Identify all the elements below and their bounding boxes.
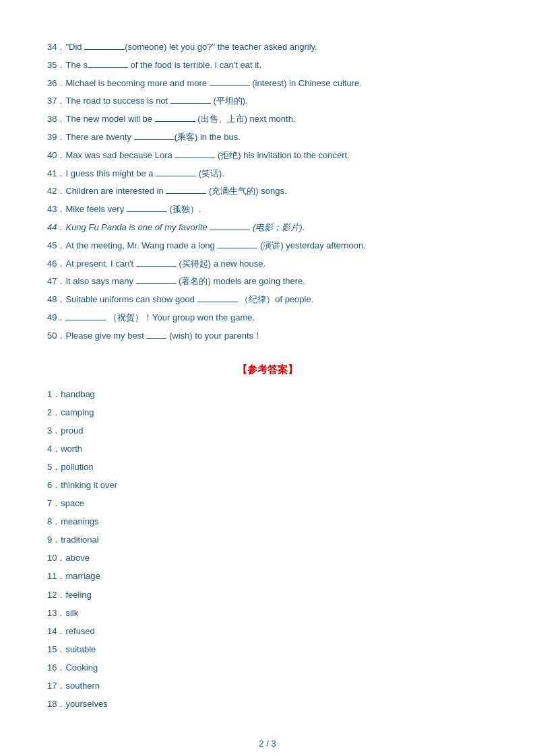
question-34: 34．"Did (someone) let you go?" the teach…	[47, 40, 488, 55]
q45-text: 45．At the meeting, Mr. Wang made a long …	[47, 240, 366, 250]
answer-15: 15．suitable	[47, 642, 488, 657]
answer-3-value: proud	[61, 425, 83, 436]
answer-17-num: 17．	[47, 681, 65, 691]
answer-1-value: handbag	[61, 389, 95, 399]
q41-text: 41．I guess this might be a (笑话).	[47, 168, 224, 178]
q50-text: 50．Please give my best (wish) to your pa…	[47, 331, 262, 341]
answer-14-num: 14．	[47, 626, 65, 636]
answers-section: 【参考答案】 1．handbag 2．camping 3．proud 4．wor…	[47, 364, 488, 712]
answer-7-num: 7．	[47, 498, 61, 508]
q47-text: 47．It also says many (著名的) models are go…	[47, 276, 305, 286]
answer-11: 11．marriage	[47, 569, 488, 584]
answer-13-value: silk	[65, 608, 78, 618]
answer-12-value: feeling	[65, 590, 91, 600]
page-footer: 2 / 3	[47, 738, 488, 749]
answer-9-value: traditional	[61, 535, 98, 545]
answer-3: 3．proud	[47, 423, 488, 438]
q48-text: 48．Suitable uniforms can show good （纪律）o…	[47, 294, 313, 304]
answer-17: 17．southern	[47, 679, 488, 693]
answers-title: 【参考答案】	[47, 364, 488, 376]
answer-8-value: meanings	[61, 516, 98, 526]
question-45: 45．At the meeting, Mr. Wang made a long …	[47, 239, 488, 253]
answer-7-value: space	[61, 498, 84, 508]
answer-9: 9．traditional	[47, 532, 488, 547]
answer-15-value: suitable	[65, 644, 96, 654]
answer-17-value: southern	[65, 681, 100, 691]
question-39: 39．There are twenty (乘客) in the bus.	[47, 131, 488, 145]
answer-2-value: camping	[61, 407, 94, 417]
answer-16-value: Cooking	[65, 662, 98, 673]
answer-8-num: 8．	[47, 516, 61, 526]
answer-5: 5．pollution	[47, 460, 488, 475]
q40-text: 40．Max was sad because Lora (拒绝) his inv…	[47, 150, 350, 160]
answer-6: 6．thinking it over	[47, 478, 488, 493]
answer-11-value: marriage	[65, 571, 100, 581]
q43-text: 43．Mike feels very (孤独）.	[47, 204, 201, 214]
answer-1: 1．handbag	[47, 387, 488, 402]
question-35: 35．The s of the food is terrible. I can'…	[47, 59, 488, 73]
answer-2: 2．camping	[47, 405, 488, 420]
answer-10-num: 10．	[47, 553, 65, 563]
answer-4: 4．worth	[47, 442, 488, 456]
answer-4-num: 4．	[47, 444, 61, 454]
question-44: 44．Kung Fu Panda is one of my favorite (…	[47, 221, 488, 235]
answer-10: 10．above	[47, 551, 488, 565]
answer-6-value: thinking it over	[61, 480, 117, 490]
answer-15-num: 15．	[47, 644, 65, 654]
question-37: 37．The road to success is not (平坦的).	[47, 94, 488, 108]
question-43: 43．Mike feels very (孤独）.	[47, 203, 488, 217]
question-42: 42．Children are interested in (充满生气的) so…	[47, 184, 488, 199]
answer-3-num: 3．	[47, 425, 61, 436]
answer-4-value: worth	[61, 444, 82, 454]
answer-8: 8．meanings	[47, 514, 488, 529]
question-48: 48．Suitable uniforms can show good （纪律）o…	[47, 293, 488, 307]
answer-11-num: 11．	[47, 571, 65, 581]
question-41: 41．I guess this might be a (笑话).	[47, 167, 488, 181]
answer-14-value: refused	[65, 626, 94, 636]
answer-12: 12．feeling	[47, 588, 488, 603]
answer-12-num: 12．	[47, 590, 65, 600]
answer-14: 14．refused	[47, 624, 488, 639]
q46-text: 46．At present, I can't (买得起) a new house…	[47, 259, 265, 269]
answer-10-value: above	[65, 553, 89, 563]
q44-text: 44．Kung Fu Panda is one of my favorite (…	[47, 222, 305, 232]
q34-text: 34．"Did (someone) let you go?" the teach…	[47, 42, 317, 52]
q42-text: 42．Children are interested in (充满生气的) so…	[47, 186, 287, 196]
answer-2-num: 2．	[47, 407, 61, 417]
questions-section: 34．"Did (someone) let you go?" the teach…	[47, 40, 488, 343]
answer-18-value: yourselves	[65, 699, 107, 709]
q38-text: 38．The new model will be (出售、上市) next mo…	[47, 114, 296, 124]
q49-text: 49． （祝贺）！Your group won the game.	[47, 312, 255, 322]
question-49: 49． （祝贺）！Your group won the game.	[47, 311, 488, 325]
answer-1-num: 1．	[47, 389, 61, 399]
question-50: 50．Please give my best (wish) to your pa…	[47, 329, 488, 343]
answer-5-num: 5．	[47, 462, 61, 472]
q36-text: 36．Michael is becoming more and more (in…	[47, 78, 362, 88]
answer-5-value: pollution	[61, 462, 93, 472]
question-40: 40．Max was sad because Lora (拒绝) his inv…	[47, 149, 488, 163]
question-38: 38．The new model will be (出售、上市) next mo…	[47, 112, 488, 127]
answer-16: 16．Cooking	[47, 660, 488, 675]
question-46: 46．At present, I can't (买得起) a new house…	[47, 257, 488, 271]
answer-13: 13．silk	[47, 606, 488, 621]
q39-text: 39．There are twenty (乘客) in the bus.	[47, 132, 241, 142]
answer-6-num: 6．	[47, 480, 61, 490]
q37-text: 37．The road to success is not (平坦的).	[47, 96, 248, 106]
answer-7: 7．space	[47, 496, 488, 511]
question-36: 36．Michael is becoming more and more (in…	[47, 77, 488, 91]
answer-16-num: 16．	[47, 662, 65, 673]
answer-18-num: 18．	[47, 699, 65, 709]
q35-text: 35．The s of the food is terrible. I can'…	[47, 60, 261, 70]
answer-9-num: 9．	[47, 535, 61, 545]
answer-13-num: 13．	[47, 608, 65, 618]
answer-18: 18．yourselves	[47, 697, 488, 712]
question-47: 47．It also says many (著名的) models are go…	[47, 275, 488, 289]
